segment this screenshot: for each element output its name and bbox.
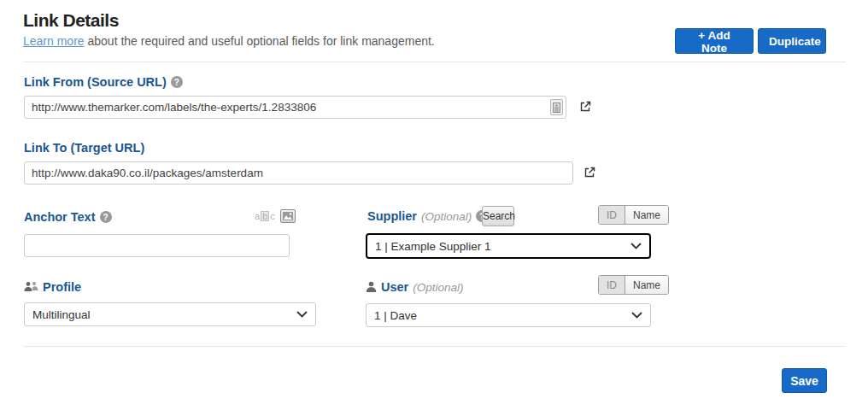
group-icon	[24, 281, 38, 293]
add-note-button[interactable]: + Add Note	[675, 28, 754, 54]
help-icon[interactable]: ?	[171, 76, 183, 88]
supplier-label-text: Supplier	[367, 209, 417, 223]
anchor-type-toggle: abc	[255, 209, 296, 223]
link-details-panel: Link Details Learn more about the requir…	[0, 0, 868, 416]
anchor-text-input[interactable]	[24, 234, 290, 257]
user-label: User (Optional)	[366, 280, 464, 294]
supplier-select-value: 1 | Example Supplier 1	[375, 240, 491, 253]
profile-label-text: Profile	[43, 280, 81, 294]
user-select[interactable]: 1 | Dave	[366, 303, 651, 327]
abc-c: c	[270, 211, 275, 221]
save-button[interactable]: Save	[782, 368, 827, 393]
link-from-input[interactable]	[24, 96, 566, 119]
learn-more-link[interactable]: Learn more	[23, 34, 85, 48]
supplier-search-button[interactable]: Search	[482, 206, 514, 226]
user-label-text: User	[381, 280, 408, 294]
supplier-optional-text: (Optional)	[421, 210, 472, 223]
user-optional-text: (Optional)	[413, 281, 463, 294]
footer-divider	[23, 346, 846, 347]
document-icon	[553, 103, 560, 113]
chevron-down-icon	[631, 312, 642, 319]
profile-select[interactable]: Multilingual	[24, 302, 316, 326]
page-title: Link Details	[23, 10, 119, 31]
open-source-url-icon[interactable]	[579, 100, 592, 116]
user-idname-toggle: ID Name	[598, 275, 669, 295]
open-target-url-icon[interactable]	[584, 166, 596, 182]
link-from-label: Link From (Source URL) ?	[24, 75, 183, 89]
user-select-value: 1 | Dave	[374, 309, 417, 322]
supplier-label: Supplier (Optional) ?	[367, 209, 488, 223]
profile-label: Profile	[24, 280, 81, 294]
picture-icon	[283, 212, 293, 220]
duplicate-button[interactable]: Duplicate	[758, 28, 826, 54]
text-anchor-icon[interactable]: abc	[255, 211, 275, 221]
abc-a: a	[255, 211, 260, 221]
supplier-name-toggle[interactable]: Name	[625, 206, 668, 224]
external-link-icon	[579, 100, 592, 113]
user-id-toggle[interactable]: ID	[599, 276, 625, 294]
subtitle-text: about the required and useful optional f…	[85, 34, 435, 48]
supplier-select[interactable]: 1 | Example Supplier 1	[366, 233, 651, 259]
page-preview-icon[interactable]	[550, 99, 563, 115]
supplier-id-toggle[interactable]: ID	[599, 206, 625, 224]
help-icon[interactable]: ?	[100, 211, 112, 223]
link-to-label: Link To (Target URL)	[24, 141, 144, 155]
profile-select-value: Multilingual	[32, 308, 91, 321]
anchor-text-label-text: Anchor Text	[24, 210, 96, 224]
user-name-toggle[interactable]: Name	[625, 276, 668, 294]
subtitle: Learn more about the required and useful…	[23, 34, 435, 48]
link-to-label-text: Link To (Target URL)	[24, 141, 144, 155]
user-icon	[366, 281, 377, 293]
header-divider	[23, 62, 846, 62]
abc-b: b	[261, 211, 269, 221]
anchor-text-label: Anchor Text ?	[24, 210, 112, 224]
chevron-down-icon	[296, 311, 308, 318]
external-link-icon	[584, 166, 596, 179]
image-anchor-icon[interactable]	[280, 209, 296, 223]
supplier-idname-toggle: ID Name	[598, 205, 669, 225]
link-to-input[interactable]	[24, 161, 573, 185]
chevron-down-icon	[630, 243, 642, 249]
link-from-label-text: Link From (Source URL)	[24, 75, 167, 89]
